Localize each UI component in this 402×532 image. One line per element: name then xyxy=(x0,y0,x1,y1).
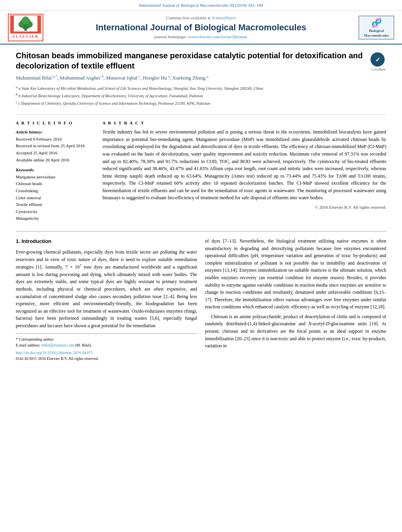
elsevier-logo-box: ELSEVIER xyxy=(8,14,43,42)
crossmark-icon: ✓ CrossMark xyxy=(370,52,386,72)
svg-point-5 xyxy=(22,17,30,24)
keyword-5: Textile effluent xyxy=(16,201,95,208)
article-info-column: A R T I C L E I N F O Article history: R… xyxy=(16,120,95,225)
keywords-section: Keywords: Manganese peroxidase Chitosan … xyxy=(16,167,95,222)
keyword-7: Mutagenicity xyxy=(16,215,95,222)
email-label: E-mail address: xyxy=(16,343,41,347)
abstract-section: A B S T R A C T Textile industry has led… xyxy=(102,120,386,211)
article-title: Chitosan beads immobilized manganese per… xyxy=(16,50,367,71)
article-info-header: A R T I C L E I N F O xyxy=(16,120,95,127)
issn-line: 0141-8130/© 2016 Elsevier B.V. All right… xyxy=(16,356,197,361)
journal-center: Contents lists available at ScienceDirec… xyxy=(43,15,359,40)
abstract-header: A B S T R A C T xyxy=(102,120,386,126)
journal-homepage: journal homepage: www.elsevier.com/locat… xyxy=(51,34,351,40)
article-history-label: Article history: xyxy=(16,129,95,136)
article-info-section: A R T I C L E I N F O Article history: R… xyxy=(16,120,95,222)
accepted-date: Accepted 25 April 2016 xyxy=(16,150,95,157)
crossmark-circle: ✓ xyxy=(370,52,385,67)
email-name: (M. Bilal). xyxy=(75,343,92,347)
journal-logo-right: 🧬 BiologicalMacromolecules xyxy=(359,16,394,39)
copyright-line: © 2016 Elsevier B.V. All rights reserved… xyxy=(102,204,386,211)
footnote-section: * Corresponding author. E-mail address: … xyxy=(16,334,197,361)
abstract-column: A B S T R A C T Textile industry has led… xyxy=(102,120,386,225)
intro-para-1: Ever-growing chemical pollutants, especi… xyxy=(16,248,197,330)
received-date: Received 9 February 2016 xyxy=(16,136,95,143)
email-link[interactable]: bilhaf@hotmail.com xyxy=(41,343,74,347)
contents-line: Contents lists available at ScienceDirec… xyxy=(51,15,351,21)
crossmark-label: CrossMark xyxy=(370,67,386,72)
introduction-section: 1. Introduction Ever-growing chemical po… xyxy=(16,237,386,361)
body-text-col1: Ever-growing chemical pollutants, especi… xyxy=(16,248,197,330)
section-divider xyxy=(16,231,386,232)
email-line: E-mail address: bilhaf@hotmail.com (M. B… xyxy=(16,342,197,348)
revised-date: Received in revised form 25 April 2016 xyxy=(16,143,95,150)
article-info-abstract-row: A R T I C L E I N F O Article history: R… xyxy=(16,120,386,225)
abstract-text: Textile industry has led to severe envir… xyxy=(102,128,386,202)
page-wrapper: International Journal of Biological Macr… xyxy=(0,0,402,369)
affiliations: a a State Key Laboratory of Microbial Me… xyxy=(16,85,367,107)
journal-title: International Journal of Biological Macr… xyxy=(51,22,351,33)
affiliation-a: a a State Key Laboratory of Microbial Me… xyxy=(16,85,367,91)
homepage-link[interactable]: www.elsevier.com/locate/ijbiomac xyxy=(188,34,248,39)
available-date: Available online 26 April 2016 xyxy=(16,157,95,164)
contents-label: Contents lists available at xyxy=(166,15,211,20)
keyword-1: Manganese peroxidase xyxy=(16,174,95,181)
authors-line: Muhammad Bilal a,*, Muhammad Asgher b, M… xyxy=(16,74,367,82)
affiliation-b: b b Industrial Biotechnology Laboratory,… xyxy=(16,92,367,99)
elsevier-logo: ELSEVIER xyxy=(8,14,43,42)
section-heading-intro: 1. Introduction xyxy=(16,237,197,245)
journal-citation-text: International Journal of Biological Macr… xyxy=(139,3,263,7)
article-title-text: Chitosan beads immobilized manganese per… xyxy=(16,50,367,111)
sciencedirect-link[interactable]: ScienceDirect xyxy=(212,15,236,20)
body-col-right: of dyes [7–13]. Nevertheless, the biolog… xyxy=(205,237,386,361)
body-text-col2: of dyes [7–13]. Nevertheless, the biolog… xyxy=(205,237,386,350)
keyword-2: Chitosan beads xyxy=(16,180,95,187)
doi-link[interactable]: http://dx.doi.org/10.1016/j.ijbiomac.201… xyxy=(16,350,93,355)
article-content: Chitosan beads immobilized manganese per… xyxy=(0,44,402,369)
article-history: Article history: Received 9 February 201… xyxy=(16,129,95,163)
article-title-section: Chitosan beads immobilized manganese per… xyxy=(16,50,386,115)
elsevier-logo-top xyxy=(10,15,41,33)
body-col-left: 1. Introduction Ever-growing chemical po… xyxy=(16,237,197,361)
corresponding-label: * Corresponding author. xyxy=(16,336,197,342)
keyword-4: Color removal xyxy=(16,195,95,202)
intro-para-2: of dyes [7–13]. Nevertheless, the biolog… xyxy=(205,237,386,311)
elsevier-wordmark: ELSEVIER xyxy=(10,33,41,40)
journal-citation-banner: International Journal of Biological Macr… xyxy=(0,0,402,11)
elsevier-tree-icon xyxy=(14,16,37,32)
keywords-list: Manganese peroxidase Chitosan beads Cros… xyxy=(16,174,95,222)
bio-logo-title: BiologicalMacromolecules xyxy=(360,29,393,38)
intro-para-3: Chitosan is an amine polysaccharide, pro… xyxy=(205,313,386,350)
keyword-6: Cytotoxicity xyxy=(16,208,95,215)
keywords-label: Keywords: xyxy=(16,167,95,174)
homepage-label: journal homepage: xyxy=(154,34,188,39)
affiliation-c: c c Department of Chemistry, Qurtuba Uni… xyxy=(16,100,367,106)
keyword-3: Crosslinking xyxy=(16,187,95,195)
journal-header: ELSEVIER Contents lists available at Sci… xyxy=(0,11,402,45)
bio-logo-box: 🧬 BiologicalMacromolecules xyxy=(359,16,394,39)
